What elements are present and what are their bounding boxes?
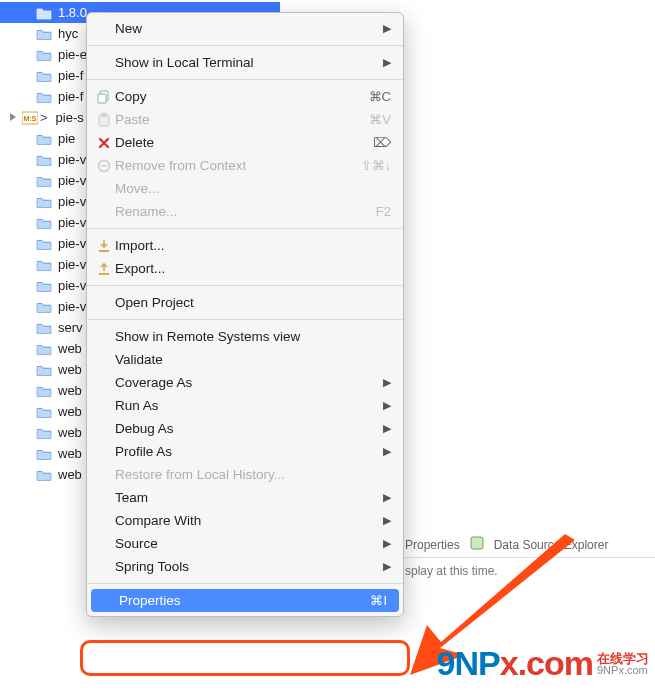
folder-icon — [36, 278, 52, 294]
menu-remote-systems[interactable]: Show in Remote Systems view — [87, 325, 403, 348]
menu-debug-as-label: Debug As — [115, 421, 381, 436]
menu-restore-local-label: Restore from Local History... — [115, 467, 391, 482]
folder-icon — [36, 194, 52, 210]
watermark-cn: 在线学习 — [597, 652, 649, 665]
menu-remote-systems-label: Show in Remote Systems view — [115, 329, 391, 344]
menu-export-label: Export... — [115, 261, 391, 276]
tree-item-label: pie-v — [58, 278, 86, 293]
menu-team[interactable]: Team ▶ — [87, 486, 403, 509]
menu-open-project[interactable]: Open Project — [87, 291, 403, 314]
twisty-icon — [22, 7, 34, 19]
tree-item-label: pie-e — [58, 47, 87, 62]
tree-item-label: web — [58, 446, 82, 461]
menu-compare-with-label: Compare With — [115, 513, 381, 528]
menu-delete-label: Delete — [115, 135, 355, 150]
blank-icon — [97, 421, 115, 437]
menu-remove-context-label: Remove from Context — [115, 158, 355, 173]
blank-icon — [97, 398, 115, 414]
menu-show-terminal[interactable]: Show in Local Terminal ▶ — [87, 51, 403, 74]
menu-export[interactable]: Export... — [87, 257, 403, 280]
tab-properties[interactable]: Properties — [405, 538, 460, 552]
folder-icon — [36, 5, 52, 21]
menu-compare-with[interactable]: Compare With ▶ — [87, 509, 403, 532]
menu-profile-as[interactable]: Profile As ▶ — [87, 440, 403, 463]
svg-text:M:S: M:S — [24, 115, 37, 122]
tree-item-label: pie-f — [58, 89, 83, 104]
bottom-panel: Properties Data Source Explorer splay at… — [405, 536, 655, 578]
twisty-spacer — [22, 427, 34, 439]
blank-icon — [97, 536, 115, 552]
submenu-arrow-icon: ▶ — [381, 537, 391, 550]
blank-icon — [97, 295, 115, 311]
twisty-spacer — [22, 196, 34, 208]
menu-open-project-label: Open Project — [115, 295, 391, 310]
separator — [87, 319, 403, 320]
twisty-spacer — [22, 448, 34, 460]
submenu-arrow-icon: ▶ — [381, 56, 391, 69]
menu-paste: Paste ⌘V — [87, 108, 403, 131]
menu-remove-context-shortcut: ⇧⌘↓ — [355, 158, 391, 173]
menu-profile-as-label: Profile As — [115, 444, 381, 459]
blank-icon — [97, 204, 115, 220]
menu-coverage-as-label: Coverage As — [115, 375, 381, 390]
submenu-arrow-icon: ▶ — [381, 491, 391, 504]
twisty-spacer — [22, 49, 34, 61]
folder-icon — [36, 131, 52, 147]
menu-new[interactable]: New ▶ — [87, 17, 403, 40]
context-menu[interactable]: New ▶ Show in Local Terminal ▶ Copy ⌘C P… — [86, 12, 404, 617]
menu-paste-label: Paste — [115, 112, 355, 127]
twisty-spacer — [22, 91, 34, 103]
twisty-spacer — [22, 238, 34, 250]
blank-icon — [97, 513, 115, 529]
menu-delete[interactable]: Delete ⌦ — [87, 131, 403, 154]
submenu-arrow-icon: ▶ — [381, 399, 391, 412]
menu-validate[interactable]: Validate — [87, 348, 403, 371]
copy-icon — [97, 89, 115, 105]
blank-icon — [97, 352, 115, 368]
annotation-highlight-box — [80, 640, 410, 676]
twisty-spacer — [22, 154, 34, 166]
submenu-arrow-icon: ▶ — [381, 445, 391, 458]
import-icon — [97, 238, 115, 254]
separator — [87, 583, 403, 584]
menu-source-label: Source — [115, 536, 381, 551]
menu-copy-label: Copy — [115, 89, 355, 104]
tree-item-label: web — [58, 341, 82, 356]
menu-run-as[interactable]: Run As ▶ — [87, 394, 403, 417]
submenu-arrow-icon: ▶ — [381, 514, 391, 527]
svg-rect-6 — [102, 113, 106, 116]
remove-context-icon — [97, 158, 115, 174]
menu-spring-tools[interactable]: Spring Tools ▶ — [87, 555, 403, 578]
tree-item-label: serv — [58, 320, 83, 335]
submenu-arrow-icon: ▶ — [381, 22, 391, 35]
menu-properties-label: Properties — [119, 593, 351, 608]
blank-icon — [97, 329, 115, 345]
blank-icon — [97, 21, 115, 37]
twisty-spacer — [22, 343, 34, 355]
blank-icon — [97, 444, 115, 460]
blank-icon — [97, 181, 115, 197]
menu-rename: Rename... F2 — [87, 200, 403, 223]
twisty-spacer — [22, 175, 34, 187]
separator — [87, 285, 403, 286]
tree-item-label: pie-v — [58, 299, 86, 314]
tree-item-label: pie-v — [58, 173, 86, 188]
folder-icon — [36, 89, 52, 105]
tree-item-label: web — [58, 362, 82, 377]
folder-icon — [36, 47, 52, 63]
menu-rename-label: Rename... — [115, 204, 355, 219]
menu-source[interactable]: Source ▶ — [87, 532, 403, 555]
menu-coverage-as[interactable]: Coverage As ▶ — [87, 371, 403, 394]
folder-icon — [36, 152, 52, 168]
menu-debug-as[interactable]: Debug As ▶ — [87, 417, 403, 440]
twisty-icon[interactable] — [8, 112, 20, 124]
menu-properties[interactable]: Properties ⌘I — [91, 589, 399, 612]
folder-icon — [36, 383, 52, 399]
folder-icon — [36, 215, 52, 231]
folder-icon — [36, 425, 52, 441]
menu-rename-shortcut: F2 — [355, 204, 391, 219]
menu-copy[interactable]: Copy ⌘C — [87, 85, 403, 108]
menu-import[interactable]: Import... — [87, 234, 403, 257]
menu-properties-shortcut: ⌘I — [351, 593, 387, 608]
tab-data-source-explorer[interactable]: Data Source Explorer — [494, 538, 609, 552]
